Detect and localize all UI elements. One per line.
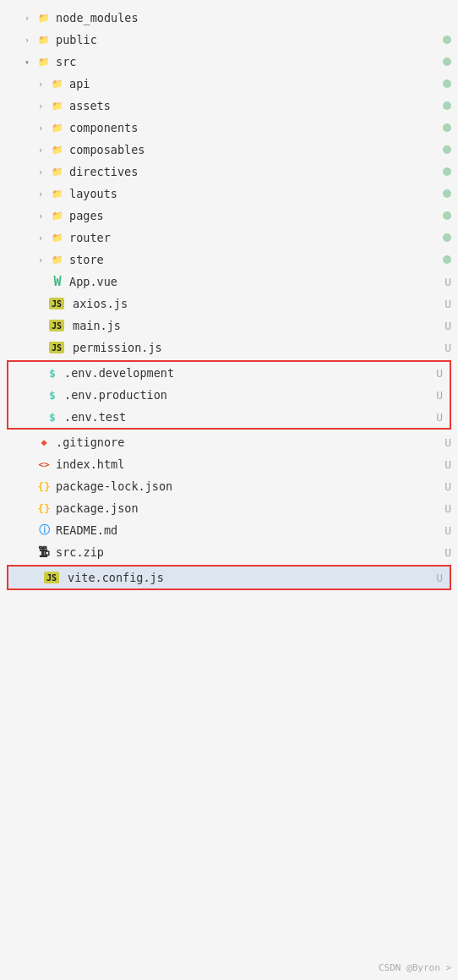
folder-icon: 📁 (49, 229, 66, 246)
list-item[interactable]: 📁 public (0, 29, 458, 51)
folder-icon: 📁 (35, 31, 52, 48)
status-u: U (444, 524, 451, 537)
list-item[interactable]: 📁 pages (0, 205, 458, 227)
vue-icon: W (49, 273, 66, 290)
folder-icon: 📁 (35, 53, 52, 70)
folder-icon: 📁 (49, 185, 66, 202)
chevron-icon (34, 77, 47, 90)
status-badge (443, 189, 451, 198)
folder-icon: 📁 (49, 141, 66, 158)
item-label: README.md (56, 523, 441, 537)
env-icon: $ (44, 408, 61, 425)
item-label: package-lock.json (56, 479, 441, 493)
zip-icon: 🗜 (35, 544, 52, 561)
vite-config-group: JS vite.config.js U (7, 565, 451, 590)
status-u: U (444, 320, 451, 332)
status-u: U (444, 342, 451, 354)
watermark: CSDN @Byron > (379, 962, 451, 973)
list-item[interactable]: ◆ .gitignore U (0, 431, 458, 453)
status-badge (443, 57, 451, 66)
env-icon: $ (44, 386, 61, 403)
item-label: index.html (56, 457, 441, 471)
status-badge (443, 167, 451, 176)
folder-icon: 📁 (49, 251, 66, 268)
list-item[interactable]: 📁 assets (0, 95, 458, 117)
folder-icon: 📁 (49, 207, 66, 224)
status-u: U (444, 458, 451, 471)
list-item[interactable]: $ .env.production U (8, 384, 450, 406)
list-item[interactable]: 📁 node_modules (0, 7, 458, 29)
list-item[interactable]: 📁 src (0, 51, 458, 73)
list-item[interactable]: JS vite.config.js U (8, 567, 450, 589)
list-item[interactable]: JS main.js U (0, 315, 458, 337)
chevron-icon (34, 165, 47, 178)
status-u: U (436, 572, 443, 584)
list-item[interactable]: 🗜 src.zip U (0, 541, 458, 563)
info-icon: ⓘ (35, 522, 52, 539)
list-item[interactable]: 📁 store (0, 249, 458, 271)
chevron-icon (34, 143, 47, 156)
item-label: src (56, 55, 439, 68)
item-label: package.json (56, 501, 441, 515)
item-label: vite.config.js (68, 571, 433, 584)
item-label: main.js (73, 319, 441, 332)
item-label: api (69, 77, 439, 90)
folder-icon: 📁 (35, 9, 52, 26)
item-label: pages (69, 209, 439, 222)
list-item[interactable]: {} package-lock.json U (0, 475, 458, 497)
item-label: axios.js (73, 297, 441, 310)
js-icon: JS (49, 298, 64, 309)
chevron-icon (34, 253, 47, 266)
chevron-icon (34, 99, 47, 112)
list-item[interactable]: W App.vue U (0, 271, 458, 293)
item-label: router (69, 231, 439, 244)
json-icon: {} (35, 500, 52, 517)
status-u: U (436, 389, 443, 402)
status-badge (443, 211, 451, 220)
list-item[interactable]: {} package.json U (0, 497, 458, 519)
status-badge (443, 36, 451, 44)
list-item[interactable]: JS permission.js U (0, 337, 458, 359)
item-label: layouts (69, 187, 439, 200)
item-label: .env.test (64, 410, 433, 424)
status-u: U (436, 411, 443, 424)
list-item[interactable]: $ .env.test U (8, 406, 450, 428)
list-item[interactable]: 📁 directives (0, 161, 458, 183)
status-u: U (444, 480, 451, 493)
list-item[interactable]: 📁 components (0, 117, 458, 139)
item-label: src.zip (56, 545, 441, 559)
env-files-group: $ .env.development U $ .env.production U… (7, 360, 451, 430)
git-icon: ◆ (35, 434, 52, 451)
file-tree: 📁 node_modules 📁 public 📁 src 📁 api 📁 as… (0, 0, 458, 599)
list-item[interactable]: JS axios.js U (0, 293, 458, 315)
item-label: public (56, 33, 439, 47)
status-badge (443, 101, 451, 110)
list-item[interactable]: ⓘ README.md U (0, 519, 458, 541)
list-item[interactable]: 📁 layouts (0, 183, 458, 205)
list-item[interactable]: 📁 composables (0, 139, 458, 161)
status-badge (443, 123, 451, 132)
status-badge (443, 145, 451, 154)
item-label: store (69, 253, 439, 266)
item-label: .gitignore (56, 435, 441, 449)
item-label: .env.production (64, 388, 433, 402)
list-item[interactable]: <> index.html U (0, 453, 458, 475)
list-item[interactable]: 📁 api (0, 73, 458, 95)
js-icon: JS (49, 320, 64, 331)
item-label: permission.js (73, 341, 441, 354)
js-icon: JS (44, 572, 59, 583)
status-u: U (444, 276, 451, 288)
item-label: components (69, 121, 439, 134)
chevron-icon (34, 121, 47, 134)
folder-icon: 📁 (49, 119, 66, 136)
list-item[interactable]: 📁 router (0, 227, 458, 249)
folder-icon: 📁 (49, 163, 66, 180)
list-item[interactable]: $ .env.development U (8, 362, 450, 384)
js-icon: JS (49, 342, 64, 353)
chevron-icon (34, 209, 47, 222)
item-label: assets (69, 99, 439, 112)
chevron-icon (20, 11, 34, 25)
item-label: composables (69, 143, 439, 156)
html-icon: <> (35, 456, 52, 473)
folder-icon: 📁 (49, 75, 66, 92)
